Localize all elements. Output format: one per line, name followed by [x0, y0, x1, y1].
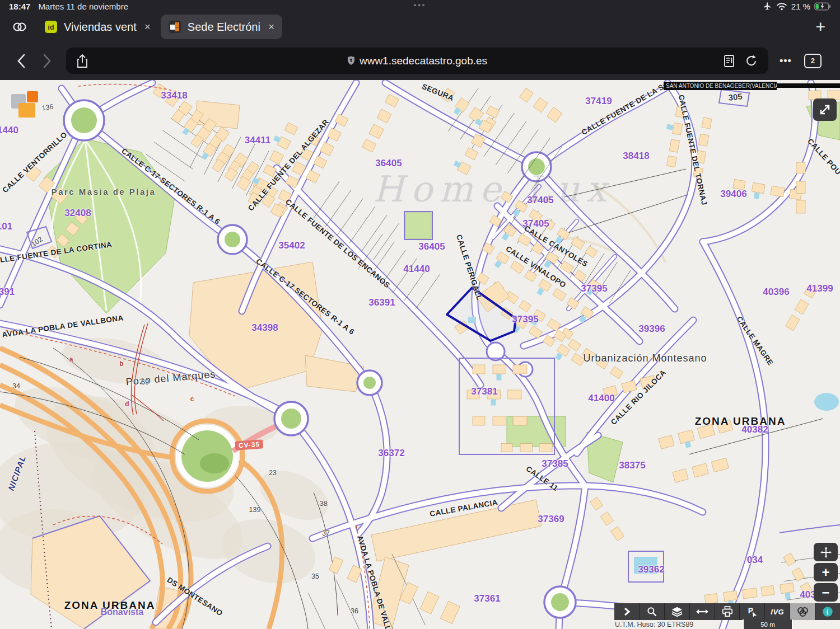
fullscreen-button[interactable]	[813, 98, 837, 121]
parcel-label: 41440	[403, 264, 430, 275]
map-toolbar: P IVG i	[614, 603, 840, 620]
parcel-label: 36372	[378, 448, 404, 459]
street-label: CALLE FUENTE DE LA CORTINA	[0, 240, 113, 266]
close-tab-icon[interactable]: ×	[268, 21, 274, 33]
parcel-label: 36405	[418, 241, 445, 252]
parcel-label: 034	[747, 555, 763, 566]
layers-tool-button[interactable]	[665, 603, 690, 620]
red-letter-label: d	[125, 400, 129, 408]
ipad-screen: 18:47 Martes 11 de noviembre ••• 21 %	[0, 0, 840, 629]
airplane-mode-icon	[762, 2, 772, 11]
number-label: 38	[320, 500, 328, 508]
idealista-favicon: id	[45, 21, 57, 33]
browser-chrome: 18:47 Martes 11 de noviembre ••• 21 %	[0, 0, 840, 80]
expand-toolbar-button[interactable]	[614, 603, 640, 620]
more-menu-button[interactable]: •••	[780, 55, 792, 67]
status-date: Martes 11 de noviembre	[38, 2, 128, 11]
parcel-label: 37395	[581, 283, 607, 294]
street-label: CALLE PERIGALL	[455, 233, 484, 301]
place-label: ZONA URBANA	[695, 415, 786, 428]
parcel-label: 37419	[585, 96, 612, 107]
watermark: Home Lux	[372, 168, 613, 210]
street-label: CALLE PALANCIA	[429, 498, 498, 518]
cadastral-map[interactable]: 3341814403441132408364053741938418374053…	[0, 80, 840, 629]
parcel-label: 1440	[0, 125, 18, 136]
street-label: CALLE VENTORRILLO	[1, 130, 68, 195]
ivg-tool-button[interactable]: IVG	[765, 603, 790, 620]
number-label: 139	[249, 506, 261, 514]
address-bar[interactable]: www1.sedecatastro.gob.es	[66, 48, 768, 74]
tab-sede-electronica[interactable]: Sede Electróni ×	[161, 15, 282, 39]
tab-overview-button[interactable]: 2	[804, 54, 822, 68]
number-label: 36	[351, 607, 358, 615]
municipality-banner: SAN ANTONIO DE BENAGEBER(VALENCIA)	[664, 82, 777, 90]
print-tool-button[interactable]	[715, 603, 740, 620]
forward-button[interactable]	[43, 54, 52, 68]
close-tab-icon[interactable]: ×	[144, 21, 151, 33]
pan-button[interactable]	[814, 543, 838, 561]
cartography-tool-button[interactable]	[790, 603, 815, 620]
parcel-label: 34398	[251, 322, 278, 334]
municipal-label: NICIPAL	[6, 454, 28, 492]
number-label: 35	[311, 572, 319, 580]
parcel-label: 39406	[720, 189, 746, 200]
number-label: 37	[322, 529, 330, 537]
catastro-favicon	[169, 21, 181, 33]
street-label: CALLE RIO JILOCA	[609, 368, 668, 426]
battery-icon	[814, 2, 831, 11]
tab-title: Sede Electróni	[188, 21, 260, 34]
place-label: Bonavista	[101, 607, 143, 617]
reload-icon[interactable]	[745, 54, 758, 68]
search-tool-button[interactable]	[640, 603, 665, 620]
wifi-icon	[776, 2, 787, 11]
url-text: www1.sedecatastro.gob.es	[360, 55, 487, 67]
tab-title: Viviendas vent	[64, 21, 137, 34]
parcel-label: 32408	[64, 208, 91, 219]
street-label: CALLE FUENTE DE LA S	[580, 83, 665, 137]
share-icon[interactable]	[76, 54, 88, 68]
status-bar: 18:47 Martes 11 de noviembre ••• 21 %	[0, 0, 840, 12]
street-label: CALLE POU	[806, 137, 840, 177]
back-button[interactable]	[17, 54, 26, 68]
parcel-label: 36391	[368, 297, 395, 308]
parcel-label: 39362	[638, 564, 664, 575]
parcel-label: 38418	[623, 151, 649, 162]
place-label: Urbanización Montesano	[583, 353, 707, 364]
parcel-label: 37369	[538, 514, 564, 525]
zoom-out-button[interactable]: −	[814, 583, 838, 602]
parcel-label: 39396	[638, 323, 665, 335]
street-label: CALLE FUENTE DEL TORNAJ	[677, 94, 709, 206]
navigation-bar: www1.sedecatastro.gob.es ••• 2	[0, 41, 840, 80]
pdf-pointer-tool-button[interactable]: P	[740, 603, 765, 620]
tab-groups-icon[interactable]	[11, 21, 28, 33]
number-label: 69	[141, 378, 149, 386]
number-label: 136	[41, 103, 54, 112]
parcel-label: 34411	[245, 135, 270, 146]
red-letter-label: c	[190, 395, 194, 403]
map-scale: 50 m	[743, 619, 793, 629]
place-label: Parc Masia de Plaja	[52, 187, 156, 196]
parcel-label: 37385	[542, 458, 568, 470]
parcel-label: 33418	[161, 90, 187, 101]
parcel-label: 38375	[619, 460, 645, 471]
parcel-label: 35402	[278, 240, 305, 251]
measure-tool-button[interactable]	[690, 603, 715, 620]
number-label: 23	[269, 469, 277, 477]
parcel-label: 41399	[806, 283, 833, 294]
number-label: 305	[728, 91, 743, 102]
red-letter-label: b	[119, 360, 123, 368]
red-letter-label: a	[69, 355, 73, 363]
utm-reference: U.T.M. Huso: 30 ETRS89	[615, 621, 693, 628]
info-tool-button[interactable]: i	[815, 603, 840, 620]
parcel-label: 101	[0, 221, 12, 232]
number-label: 102	[30, 235, 44, 248]
new-tab-button[interactable]: +	[815, 18, 825, 35]
zoom-in-button[interactable]: +	[814, 563, 838, 581]
tab-bar: id Viviendas vent × Sede Electróni × +	[0, 12, 840, 41]
privacy-shield-icon	[347, 56, 355, 65]
svg-text:P: P	[748, 607, 753, 615]
number-label: 34	[12, 382, 20, 390]
parcel-label: 40396	[763, 287, 789, 298]
tab-viviendas[interactable]: id Viviendas vent ×	[37, 15, 158, 39]
reader-icon[interactable]	[724, 54, 735, 68]
